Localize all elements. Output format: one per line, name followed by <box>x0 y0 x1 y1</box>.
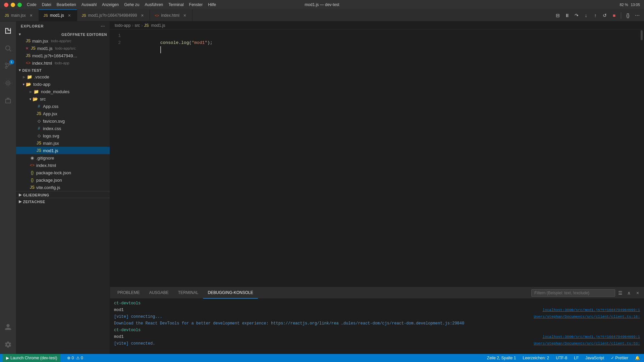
debug-step-into-button[interactable]: ↓ <box>582 11 590 19</box>
activity-extensions[interactable] <box>0 93 16 109</box>
file-vite-config[interactable]: JS vite.config.js <box>16 184 110 191</box>
folder-src[interactable]: ▾ 📂 src <box>16 95 110 103</box>
activity-search[interactable] <box>0 40 16 56</box>
traffic-lights[interactable] <box>4 3 22 7</box>
console-line-6: [vite] connected. Users/stephan/Document… <box>110 340 644 347</box>
file-main-jsx[interactable]: JS main.jsx <box>16 139 110 147</box>
panel-close-button[interactable]: × <box>634 289 641 297</box>
tab-bar: JS main.jsx × JS mod1.js × JS mod1.js?t=… <box>0 9 644 21</box>
tab-close-mod1-js[interactable]: × <box>67 13 72 18</box>
menu-anzeigen[interactable]: Anzeigen <box>102 2 119 7</box>
file-icon-app-jsx: JS <box>36 111 42 116</box>
code-area[interactable]: console.log("mod1"); <box>123 29 639 287</box>
activity-debug[interactable] <box>0 75 16 91</box>
menu-datei[interactable]: Datei <box>42 2 51 7</box>
menu-gehe-zu[interactable]: Gehe zu <box>124 2 139 7</box>
open-editor-mod1-js[interactable]: ✕ JS mod1.js todo-app/src <box>16 45 110 52</box>
status-line-ending[interactable]: LF <box>573 356 580 360</box>
file-logo-svg[interactable]: ◇ logo.svg <box>16 132 110 139</box>
folder-node-modules[interactable]: ▶ 📁 node_modules <box>16 88 110 95</box>
console-ref-1[interactable]: localhost:3000/src/mod1.js?t=16647949849… <box>543 307 640 313</box>
activity-account[interactable] <box>0 319 16 335</box>
dev-test-section[interactable]: ▾ DEV-TEST <box>16 67 110 73</box>
file-package-json[interactable]: {} package.json <box>16 176 110 184</box>
folder-vscode[interactable]: ▶ 📁 .vscode <box>16 73 110 80</box>
window-title: mod1.js — dev-test <box>305 2 339 7</box>
status-spaces[interactable]: Leerzeichen: 2 <box>522 356 551 360</box>
code-console: console <box>160 40 179 45</box>
breadcrumb-part-0[interactable]: todo-app <box>115 23 130 28</box>
gliederung-section[interactable]: ▶ GLIEDERUNG <box>16 191 110 198</box>
tab-close-main-jsx[interactable]: × <box>29 13 34 18</box>
status-errors[interactable]: ⊗ 0 ⚠ 0 <box>66 356 84 360</box>
menu-fenster[interactable]: Fenster <box>189 2 203 7</box>
debug-pause-button[interactable]: ⏸ <box>563 11 571 19</box>
console-text-2: [vite] connecting... <box>114 314 162 320</box>
debug-restart-button[interactable]: ↺ <box>601 11 609 19</box>
breadcrumb-part-2[interactable]: mod1.js <box>151 23 165 28</box>
editor-scrollbar[interactable] <box>639 29 644 287</box>
zeitachse-section[interactable]: ▶ ZEITACHSE <box>16 198 110 204</box>
file-app-css[interactable]: # App.css <box>16 103 110 110</box>
react-devtools-link[interactable]: https://reactjs.org/link/rea <box>271 321 339 326</box>
tab-mod1-js[interactable]: JS mod1.js × <box>39 9 77 21</box>
menu-ausfuehren[interactable]: Ausführen <box>145 2 163 7</box>
file-index-css[interactable]: # index.css <box>16 125 110 132</box>
debug-braces-button[interactable]: {} <box>624 11 632 19</box>
status-notifications[interactable]: 🔔 <box>634 356 641 360</box>
tab-mod1-query[interactable]: JS mod1.js?t=1664794984999 × <box>77 9 150 21</box>
menu-hilfe[interactable]: Hilfe <box>208 2 216 7</box>
error-icon: ⊗ <box>67 356 70 360</box>
status-encoding[interactable]: UTF-8 <box>554 356 569 360</box>
menu-bearbeiten[interactable]: Bearbeiten <box>57 2 76 7</box>
maximize-button[interactable] <box>17 3 22 7</box>
tab-index-html[interactable]: <> index.html × <box>150 9 193 21</box>
activity-settings[interactable] <box>0 337 16 353</box>
panel-list-view-button[interactable]: ☰ <box>616 289 624 297</box>
tab-terminal[interactable]: TERMINAL <box>173 287 203 299</box>
tab-close-index-html[interactable]: × <box>182 13 187 18</box>
activity-source-control[interactable]: 1 <box>0 58 16 74</box>
console-ref-6[interactable]: Users/stephan/Documents/src/client/clien… <box>534 341 640 347</box>
explorer-more-icon[interactable]: ··· <box>101 24 105 28</box>
menu-code[interactable]: Code <box>27 2 37 7</box>
tab-ausgabe[interactable]: AUSGABE <box>145 287 173 299</box>
activity-explorer[interactable] <box>0 23 16 39</box>
debug-stop-button[interactable]: ■ <box>610 11 618 19</box>
minimize-button[interactable] <box>11 3 15 7</box>
debug-split-button[interactable]: ⊟ <box>554 11 562 19</box>
tab-probleme[interactable]: PROBLEME <box>113 287 145 299</box>
file-favicon-svg[interactable]: ◇ favicon.svg <box>16 117 110 125</box>
file-gitignore[interactable]: ◉ .gitignore <box>16 154 110 162</box>
file-package-lock-json[interactable]: {} package-lock.json <box>16 169 110 176</box>
debug-step-over-button[interactable]: ↷ <box>573 11 581 19</box>
status-launch[interactable]: ▶ Launch Chrome (dev-test) <box>3 354 60 362</box>
console-ref-2[interactable]: Users/stephan/Documents/src/client/clien… <box>534 314 640 320</box>
editor-content[interactable]: 1 2 console.log("mod1"); <box>110 29 644 287</box>
breadcrumb-part-1[interactable]: src <box>135 23 140 28</box>
debug-more-button[interactable]: ⋯ <box>633 11 641 19</box>
folder-todo-app[interactable]: ▾ 📂 todo-app <box>16 80 110 88</box>
open-editors-section[interactable]: ▾ GEÖFFNETE EDITOREN <box>16 31 110 37</box>
scrollbar-thumb <box>641 30 643 40</box>
tab-main-jsx[interactable]: JS main.jsx × <box>0 9 39 21</box>
status-position[interactable]: Zeile 2, Spalte 1 <box>486 356 518 360</box>
file-mod1-js[interactable]: JS mod1.js <box>16 147 110 154</box>
file-app-jsx[interactable]: JS App.jsx <box>16 110 110 117</box>
file-index-html[interactable]: <> index.html <box>16 162 110 169</box>
status-language[interactable]: JavaScript <box>584 356 605 360</box>
filter-input[interactable] <box>531 289 615 297</box>
mod1-close-icon[interactable]: ✕ <box>25 46 29 51</box>
open-editor-mod1-query[interactable]: JS mod1.js?t=16647949… <box>16 52 110 59</box>
status-formatter[interactable]: ✓ Prettier <box>609 356 630 360</box>
panel-expand-button[interactable]: ∧ <box>625 289 633 297</box>
tab-close-mod1-query[interactable]: × <box>140 13 145 18</box>
tab-debugging-konsole[interactable]: DEBUGGING-KONSOLE <box>203 287 258 299</box>
menu-auswahl[interactable]: Auswahl <box>82 2 97 7</box>
menu-terminal[interactable]: Terminal <box>168 2 183 7</box>
debug-step-out-button[interactable]: ↑ <box>591 11 599 19</box>
open-editor-main-jsx[interactable]: JS main.jsx todo-app/src <box>16 37 110 45</box>
console-ref-5[interactable]: localhost:3000/src/mod1.js?t=16647949849… <box>543 334 640 340</box>
open-editor-index-html[interactable]: <> index.html todo-app <box>16 59 110 67</box>
close-button[interactable] <box>4 3 8 7</box>
